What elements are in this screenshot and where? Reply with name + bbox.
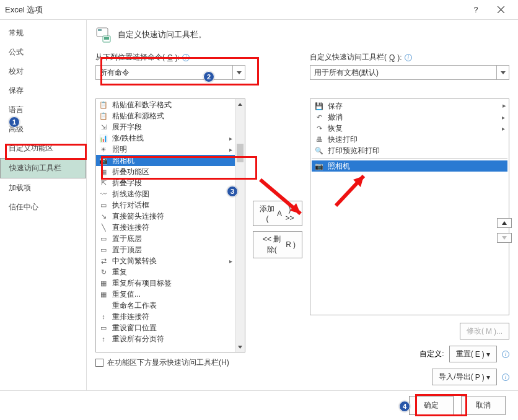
item-label: 重设窗口位置: [112, 323, 157, 333]
list-item[interactable]: ↘直接箭头连接符: [96, 211, 235, 222]
help-button[interactable]: ?: [463, 0, 488, 20]
info-icon[interactable]: i: [502, 374, 509, 381]
item-icon: ▦: [99, 167, 108, 177]
submenu-indicator: ▸: [229, 135, 232, 142]
item-icon: ▭: [99, 323, 108, 333]
ok-button[interactable]: 确定: [409, 396, 454, 415]
list-item[interactable]: ▭执行对话框: [96, 199, 235, 211]
show-below-ribbon-checkbox[interactable]: [95, 359, 103, 367]
submenu-indicator: ▸: [229, 258, 232, 265]
scrollbar[interactable]: [235, 99, 245, 352]
item-label: 重复值...: [112, 289, 141, 300]
transfer-buttons: 添加(A) >> << 删除(R): [253, 201, 302, 258]
sidebar-item[interactable]: 常规: [0, 24, 86, 43]
reorder-buttons: [497, 218, 512, 243]
qat-scope-combo[interactable]: 用于所有文档(默认): [310, 65, 509, 80]
commands-source-combo[interactable]: 所有命令: [95, 65, 245, 80]
move-down-button[interactable]: [497, 233, 512, 243]
item-icon: ▦: [99, 278, 108, 288]
commands-listbox[interactable]: 📋粘贴值和数字格式📋粘贴值和源格式⇲展开字段📊涨/跌柱线▸☀照明▸📷照相机▦折叠…: [95, 98, 245, 352]
scroll-thumb[interactable]: [237, 144, 244, 162]
info-icon[interactable]: i: [405, 54, 412, 61]
item-label: 重命名工作表: [112, 300, 157, 311]
item-icon: ⇱: [99, 178, 108, 188]
show-below-ribbon-row: 在功能区下方显示快速访问工具栏(H): [95, 357, 245, 368]
item-icon: 〰: [99, 189, 108, 199]
list-item[interactable]: ☀照明▸: [96, 144, 235, 155]
item-icon: ▭: [99, 245, 108, 255]
import-export-button[interactable]: 导入/导出(P) ▾: [432, 369, 497, 385]
sidebar-item[interactable]: 快速访问工具栏: [0, 158, 86, 178]
add-button[interactable]: 添加(A) >>: [253, 201, 302, 226]
list-item[interactable]: 📋粘贴值和数字格式: [96, 99, 235, 110]
sidebar-item[interactable]: 加载项: [0, 178, 86, 198]
list-item[interactable]: ▭置于顶层: [96, 244, 235, 255]
list-item[interactable]: ↕重排连接符: [96, 311, 235, 322]
sidebar-item[interactable]: 校对: [0, 62, 86, 81]
list-item[interactable]: ↶撤消▸: [312, 112, 507, 123]
annotation-badge-4: 4: [399, 401, 410, 412]
item-icon: 📷: [314, 161, 324, 171]
sidebar-item[interactable]: 公式: [0, 43, 86, 62]
list-item[interactable]: ▦重复值...: [96, 289, 235, 300]
item-icon: ▭: [99, 234, 108, 243]
list-item[interactable]: ⇄中文简繁转换▸: [96, 255, 235, 266]
list-item[interactable]: ▭重设窗口位置: [96, 322, 235, 333]
item-label: 直接连接符: [112, 222, 149, 233]
svg-rect-3: [104, 37, 109, 40]
item-icon: ▭: [99, 200, 108, 210]
list-item[interactable]: 📷照相机: [312, 160, 507, 172]
scroll-down-button[interactable]: [235, 342, 245, 352]
qat-listbox[interactable]: ▸ 💾保存↶撤消▸↷恢复▸🖶快速打印🔍打印预览和打印📷照相机: [310, 98, 509, 315]
list-item[interactable]: ↕重设所有分页符: [96, 333, 235, 344]
list-item[interactable]: 📋粘贴值和源格式: [96, 110, 235, 121]
scroll-up-button[interactable]: [235, 99, 245, 109]
info-icon[interactable]: i: [502, 351, 509, 358]
modify-button[interactable]: 修改(M)...: [460, 323, 509, 339]
submenu-indicator: ▸: [229, 146, 232, 153]
list-item[interactable]: 📊涨/跌柱线▸: [96, 133, 235, 144]
show-below-ribbon-label: 在功能区下方显示快速访问工具栏(H): [107, 357, 229, 368]
cancel-button[interactable]: 取消: [461, 396, 506, 415]
close-button[interactable]: [488, 0, 513, 20]
item-label: 重复: [112, 267, 127, 278]
item-label: 置于底层: [112, 234, 142, 244]
list-item[interactable]: 〰折线迷你图: [96, 188, 235, 199]
sidebar-item[interactable]: 保存: [0, 81, 86, 100]
sidebar-item[interactable]: 自定义功能区: [0, 139, 86, 158]
list-item[interactable]: ╲直接连接符: [96, 222, 235, 233]
list-item[interactable]: 重命名工作表: [96, 300, 235, 311]
main-panel: 自定义快速访问工具栏。 从下列位置选择命令(C): i 所有命令 📋粘贴值和数字…: [87, 20, 518, 390]
list-item[interactable]: ↻重复: [96, 266, 235, 278]
list-item[interactable]: ▦重复所有项目标签: [96, 278, 235, 289]
item-icon: 💾: [314, 101, 324, 111]
qat-column: 自定义快速访问工具栏(Q): i 用于所有文档(默认) ▸ 💾保存↶撤消▸↷恢复…: [310, 52, 509, 385]
list-item[interactable]: ⇲展开字段: [96, 121, 235, 133]
list-item[interactable]: ▦折叠功能区: [96, 166, 235, 177]
list-item[interactable]: 🖶快速打印: [312, 134, 507, 145]
item-label: 粘贴值和源格式: [112, 111, 164, 121]
move-up-button[interactable]: [497, 218, 512, 228]
list-item[interactable]: ⇱折叠字段: [96, 177, 235, 188]
sidebar-item[interactable]: 信任中心: [0, 198, 86, 217]
list-item[interactable]: ↷恢复▸: [312, 123, 507, 134]
list-item[interactable]: 🔍打印预览和打印: [312, 145, 507, 156]
remove-button[interactable]: << 删除(R): [253, 231, 302, 258]
item-label: 重排连接符: [112, 312, 149, 322]
info-icon[interactable]: i: [182, 54, 190, 61]
close-icon: [498, 6, 504, 13]
item-label: 中文简繁转换: [112, 256, 157, 266]
panel-header: 自定义快速访问工具栏。: [95, 26, 509, 43]
reset-button[interactable]: 重置(E) ▾: [449, 346, 497, 362]
item-label: 涨/跌柱线: [112, 133, 144, 144]
list-item[interactable]: ▭置于底层: [96, 233, 235, 244]
item-icon: ↶: [314, 112, 324, 122]
list-item[interactable]: 📷照相机: [96, 155, 235, 166]
item-label: 粘贴值和数字格式: [112, 100, 172, 110]
titlebar: Excel 选项 ?: [0, 0, 518, 20]
item-label: 照相机: [328, 161, 350, 172]
item-label: 撤消: [328, 112, 343, 123]
commands-column: 从下列位置选择命令(C): i 所有命令 📋粘贴值和数字格式📋粘贴值和源格式⇲展…: [95, 52, 245, 368]
item-label: 保存: [328, 101, 343, 112]
list-item[interactable]: 💾保存: [312, 100, 507, 112]
